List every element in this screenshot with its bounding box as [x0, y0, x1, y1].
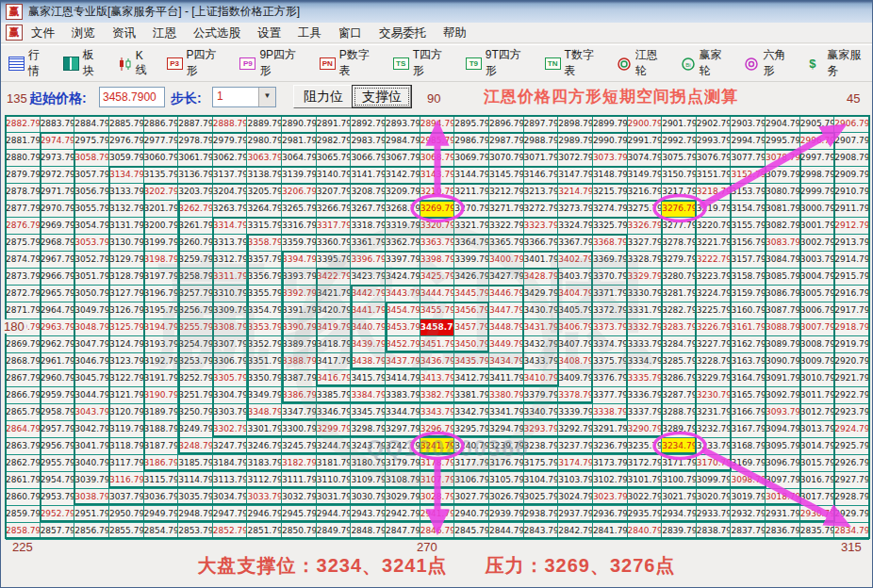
grid-cell: 3220.79: [697, 218, 732, 235]
menu-item-设置[interactable]: 设置: [249, 24, 289, 41]
grid-cell: 3387.79: [282, 370, 317, 387]
grid-cell: 3078.79: [766, 150, 800, 167]
grid-cell: 3425.79: [420, 269, 455, 286]
menu-item-资讯[interactable]: 资讯: [104, 24, 144, 41]
grid-cell: 3207.79: [317, 184, 352, 201]
start-price-input[interactable]: [99, 87, 165, 107]
grid-cell: 3001.79: [800, 218, 835, 235]
grid-cell: 3334.79: [628, 353, 663, 370]
grid-cell: 3154.79: [731, 201, 766, 218]
toolbar-button-P四方形[interactable]: P3P四方形: [167, 47, 228, 79]
menu-item-公式选股[interactable]: 公式选股: [185, 24, 249, 41]
grid-cell: 3119.79: [109, 421, 144, 438]
grid-cell: 3115.79: [144, 472, 179, 489]
grid-cell: 3158.79: [731, 269, 766, 286]
grid-cell: 3322.79: [489, 218, 524, 235]
grid-cell: 3014.79: [800, 438, 835, 455]
grid-cell: 2963.79: [41, 319, 75, 336]
grid-cell: 3150.79: [662, 167, 697, 184]
grid-cell: 2999.79: [800, 184, 835, 201]
grid-cell: 3421.79: [317, 286, 352, 302]
grid-cell: 3128.79: [109, 269, 144, 286]
grid-cell: 3409.79: [558, 370, 593, 387]
grid-cell: 3109.79: [351, 472, 386, 489]
grid-cell: 2894.79: [420, 116, 455, 133]
toolbar-button-P数字表[interactable]: PNP数字表: [320, 47, 381, 79]
toolbar-button-板块[interactable]: 板块: [63, 47, 106, 79]
toolbar-button-9T四方形[interactable]: T99T四方形: [466, 47, 533, 79]
chevron-down-icon[interactable]: ▼: [258, 88, 275, 106]
grid-cell: 2907.79: [834, 133, 869, 150]
start-price-label: 起始价格:: [29, 90, 87, 107]
menu-item-窗口[interactable]: 窗口: [330, 24, 371, 41]
grid-cell: 3233.79: [697, 438, 732, 455]
grid-cell: 3136.79: [178, 167, 213, 184]
grid-cell: 3399.79: [454, 252, 489, 269]
grid-cell: 3103.79: [558, 472, 593, 489]
grid-cell: 2876.79: [6, 218, 41, 235]
grid-cell: 3317.79: [317, 218, 352, 235]
angle-label-315: 315: [841, 540, 862, 554]
toolbar-label: 赢家轮: [700, 47, 733, 79]
grid-cell: 3151.79: [697, 167, 732, 184]
menu-item-文件[interactable]: 文件: [23, 24, 63, 41]
grid-cell: 3000.79: [800, 201, 835, 218]
grid-cell: 3018.79: [766, 489, 800, 506]
grid-cell: 2962.79: [41, 336, 75, 353]
grid-cell: 2959.79: [41, 387, 75, 404]
menu-item-浏览[interactable]: 浏览: [63, 24, 104, 41]
step-value: 1: [217, 90, 223, 103]
grid-cell: 3169.79: [731, 455, 766, 472]
toolbar-button-K线[interactable]: K线: [118, 49, 155, 78]
grid-cell: 2863.79: [6, 438, 41, 455]
toolbar-button-9P四方形[interactable]: P99P四方形: [239, 47, 306, 79]
grid-cell: 2916.79: [834, 286, 869, 302]
grid-cell: 2973.79: [41, 150, 75, 167]
toolbar-button-T四方形[interactable]: TST四方形: [393, 47, 453, 79]
grid-cell: 3235.79: [628, 438, 663, 455]
grid-cell: 3206.79: [282, 184, 317, 201]
grid-cell: 3305.79: [213, 370, 248, 387]
grid-cell: 3299.79: [317, 421, 352, 438]
menu-item-帮助[interactable]: 帮助: [435, 24, 475, 41]
resistance-button[interactable]: 阻力位: [293, 85, 354, 108]
menu-item-交易委托[interactable]: 交易委托: [371, 24, 435, 41]
grid-cell: 3173.79: [593, 455, 628, 472]
toolbar-button-江恩轮[interactable]: 江恩轮: [618, 47, 669, 79]
grid-cell: 3308.79: [213, 319, 248, 336]
grid-cell: 2986.79: [454, 133, 489, 150]
grid-cell: 2893.79: [386, 116, 420, 133]
grid-cell: 3431.79: [524, 319, 559, 336]
grid-cell: 2974.79: [41, 133, 75, 150]
grid-cell: 2886.79: [144, 116, 179, 133]
grid-cell: 2835.79: [800, 523, 835, 540]
grid-cell: 3260.79: [178, 235, 213, 252]
grid-cell: 2878.79: [6, 184, 41, 201]
toolbar-button-T数字表[interactable]: TNT数字表: [545, 47, 605, 79]
grid-cell: 2967.79: [41, 252, 75, 269]
grid-cell: 3142.79: [386, 167, 420, 184]
grid-cell: 3096.79: [766, 455, 800, 472]
grid-cell: 3231.79: [697, 404, 732, 421]
grid-cell: 3010.79: [800, 370, 835, 387]
grid-cell: 2924.79: [834, 421, 869, 438]
grid-cell: 3256.79: [178, 302, 213, 319]
step-select[interactable]: 1 ▼: [212, 87, 276, 107]
toolbar-button-六角形[interactable]: 六角形: [745, 47, 797, 79]
grid-cell: 3257.79: [178, 286, 213, 302]
grid-cell: 2958.79: [41, 404, 75, 421]
menu-item-江恩[interactable]: 江恩: [144, 24, 185, 41]
app-window: 赢 赢家江恩专业版[赢家服务平台] - [上证指数价格正方形] 赢 文件浏览资讯…: [0, 0, 873, 588]
grid-cell: 3141.79: [351, 167, 386, 184]
toolbar-button-行情[interactable]: 行情: [8, 47, 51, 79]
grid-cell: 3102.79: [593, 472, 628, 489]
toolbar-button-赢家轮[interactable]: Bi赢家轮: [682, 47, 733, 79]
grid-cell: 3290.79: [628, 421, 663, 438]
grid-cell: 3281.79: [662, 286, 697, 302]
support-button[interactable]: 支撑位: [352, 85, 412, 108]
toolbar-button-赢家服务[interactable]: $赢家服务: [809, 47, 872, 79]
grid-cell: 3105.79: [489, 472, 524, 489]
grid-cell: 3093.79: [766, 404, 800, 421]
menu-item-工具[interactable]: 工具: [289, 24, 330, 41]
grid-cell: 2922.79: [834, 387, 869, 404]
